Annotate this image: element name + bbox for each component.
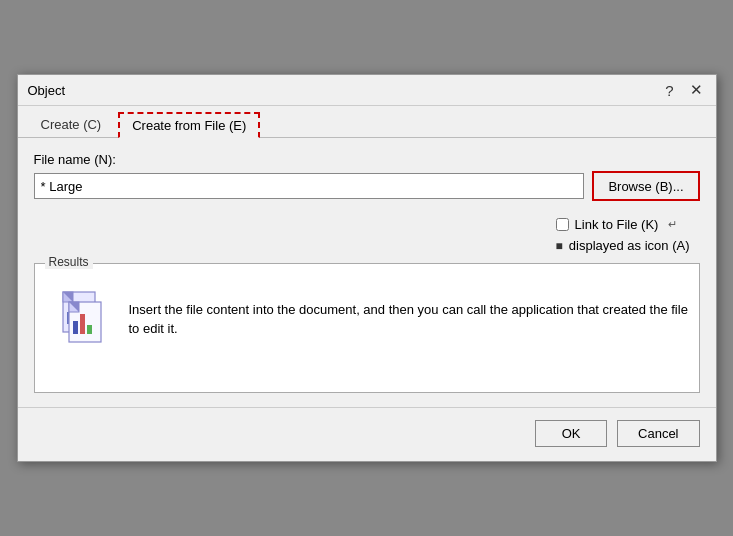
object-dialog: Object ? ✕ Create (C) Create from File (… bbox=[17, 74, 717, 462]
file-icon-area bbox=[45, 284, 115, 354]
help-button[interactable]: ? bbox=[662, 82, 676, 99]
title-bar-right: ? ✕ bbox=[662, 81, 705, 99]
results-group: Results bbox=[34, 263, 700, 393]
main-content: File name (N): Browse (B)... Link to Fil… bbox=[18, 138, 716, 407]
svg-rect-9 bbox=[73, 321, 78, 334]
link-to-file-row: Link to File (K) ↵ bbox=[556, 217, 678, 232]
file-chart-icon bbox=[45, 284, 115, 354]
result-description: Insert the file content into the documen… bbox=[129, 300, 689, 339]
title-bar-left: Object bbox=[28, 83, 66, 98]
options-area: Link to File (K) ↵ ■ displayed as icon (… bbox=[34, 217, 700, 253]
dialog-title: Object bbox=[28, 83, 66, 98]
ok-button[interactable]: OK bbox=[535, 420, 607, 447]
file-name-label: File name (N): bbox=[34, 152, 700, 167]
browse-button[interactable]: Browse (B)... bbox=[592, 171, 699, 201]
cancel-button[interactable]: Cancel bbox=[617, 420, 699, 447]
svg-rect-11 bbox=[87, 325, 92, 334]
tab-create-from-file[interactable]: Create from File (E) bbox=[118, 112, 260, 138]
tab-bar: Create (C) Create from File (E) bbox=[18, 106, 716, 138]
link-to-file-checkbox[interactable] bbox=[556, 218, 569, 231]
title-bar: Object ? ✕ bbox=[18, 75, 716, 106]
svg-rect-10 bbox=[80, 314, 85, 334]
link-arrow-icon: ↵ bbox=[668, 218, 677, 231]
checkbox-checked-icon: ■ bbox=[556, 239, 563, 253]
results-content: Insert the file content into the documen… bbox=[45, 274, 689, 354]
file-name-row: Browse (B)... bbox=[34, 171, 700, 201]
file-name-input[interactable] bbox=[34, 173, 585, 199]
results-legend: Results bbox=[45, 255, 93, 269]
display-as-icon-row: ■ displayed as icon (A) bbox=[556, 238, 690, 253]
close-button[interactable]: ✕ bbox=[687, 81, 706, 99]
button-bar: OK Cancel bbox=[18, 407, 716, 461]
display-as-icon-label: displayed as icon (A) bbox=[569, 238, 690, 253]
tab-create[interactable]: Create (C) bbox=[28, 112, 115, 137]
link-to-file-label: Link to File (K) bbox=[575, 217, 659, 232]
